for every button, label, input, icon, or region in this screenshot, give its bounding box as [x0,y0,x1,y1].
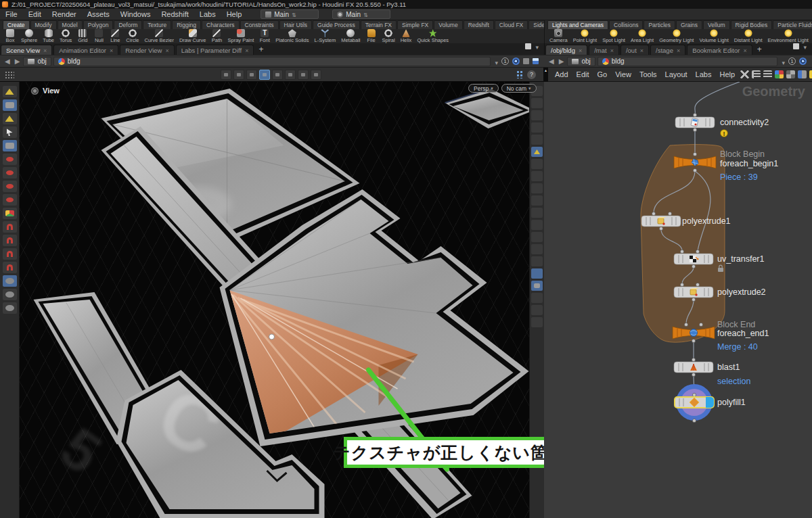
display-option-icon[interactable] [531,244,543,254]
display-option-icon[interactable] [531,122,543,133]
maximize-pane-icon[interactable] [793,43,799,49]
shelf-tool[interactable]: Curve Bezier [142,29,177,43]
shelf-tool[interactable]: Distant Light [731,29,765,43]
viewport-tool-icon[interactable] [259,70,270,80]
path-root-crumb[interactable]: obj [23,57,51,66]
display-option-icon[interactable] [531,147,543,157]
link-badge[interactable]: 1 [788,57,796,65]
desktop-selector-2[interactable]: Main [332,9,390,19]
display-option-icon[interactable] [531,98,543,108]
menu-item[interactable]: Add [551,70,572,78]
camera-select-button[interactable]: No cam [501,84,537,93]
back-arrow-icon[interactable]: ◀ [547,57,556,65]
maximize-pane-icon[interactable] [525,43,531,49]
shelf-tool[interactable]: Line [107,29,123,43]
shelf-tool[interactable]: Helix [398,29,415,43]
shelf-tab[interactable]: Rigging [172,20,201,29]
forward-arrow-icon[interactable]: ▶ [558,57,566,65]
shelf-tab[interactable]: Collisions [609,20,643,29]
shelf-tab[interactable]: Lights and Cameras [547,20,608,29]
shelf-tab[interactable]: Redshift [464,20,494,29]
shelf-tab[interactable]: Cloud FX [495,20,528,29]
shelf-tab[interactable]: Guide Process [313,20,360,29]
pin-target-icon[interactable] [799,57,807,65]
new-tab-button[interactable]: + [254,45,267,55]
viewport-tool-icon[interactable] [246,70,257,80]
path-dropdown-icon[interactable] [495,55,498,68]
shelf-tool[interactable]: Area Light [628,29,656,43]
shelf-tab[interactable]: Hair Utils [279,20,312,29]
display-option-icon[interactable] [531,256,543,266]
network-toolbar-icon[interactable] [763,70,772,78]
menu-item[interactable]: Tools [635,70,661,78]
close-icon[interactable] [245,47,248,54]
projection-button[interactable]: Persp [468,84,499,93]
pane-tab[interactable]: Labs | Parameter Diff [176,45,254,55]
viewport-side-icon[interactable] [3,113,17,124]
node-blast1[interactable]: blast1 selection [674,358,750,386]
shelf-tool[interactable]: Draw Curve [177,29,209,43]
menu-item[interactable]: Labs [194,10,221,18]
shelf-tab[interactable]: Polygon [83,20,114,29]
shelf-tool[interactable]: Circle [123,29,141,43]
viewport-side-icon[interactable] [3,140,17,151]
menu-item[interactable]: Layout [661,70,692,78]
display-option-icon[interactable] [531,171,543,181]
viewport-tool-icon[interactable] [285,70,296,80]
viewport-side-icon[interactable] [3,86,17,97]
display-option-icon[interactable] [531,317,543,327]
display-option-icon[interactable] [531,293,543,303]
menu-item[interactable]: Edit [572,70,593,78]
viewport-side-icon[interactable] [3,126,17,138]
close-icon[interactable] [640,47,644,54]
shelf-tool[interactable]: Path [208,29,225,43]
viewport-tool-icon[interactable] [311,70,321,80]
path-node-crumb[interactable]: bldg [597,57,778,66]
network-editor[interactable]: Geometry [544,82,812,518]
viewport-side-icon[interactable] [3,235,17,246]
network-toolbar-icon[interactable] [740,70,749,78]
display-option-icon[interactable] [531,183,543,193]
menu-item[interactable]: Labs [692,70,716,78]
network-toolbar-icon[interactable] [809,70,812,78]
link-badge[interactable]: 1 [501,57,509,65]
viewport-side-icon[interactable] [3,275,17,287]
path-root-crumb[interactable]: obj [567,57,595,66]
pane-tab[interactable]: Render View [120,45,174,55]
shelf-tool[interactable]: Metaball [338,29,363,43]
back-arrow-icon[interactable]: ◀ [3,57,12,65]
viewport-tool-icon[interactable] [233,70,244,80]
toolbar-grip-icon[interactable] [5,71,14,78]
menu-item[interactable]: Go [593,70,612,78]
shelf-tab[interactable]: Texture [143,20,171,29]
network-toolbar-icon[interactable] [798,70,807,78]
menu-item[interactable]: Edit [23,10,47,18]
pin-icon[interactable] [523,58,529,64]
split-view-icon[interactable] [533,58,539,64]
shelf-tab[interactable]: SideFX Labs [528,20,544,29]
forward-arrow-icon[interactable]: ▶ [14,57,22,65]
shelf-tool[interactable]: L-System [311,29,338,43]
shelf-tab[interactable]: Particle Fluids [773,20,812,29]
display-option-icon[interactable] [531,135,543,145]
shelf-tab[interactable]: Characters [202,20,240,29]
pane-menu-icon[interactable] [803,40,807,52]
shelf-tab[interactable]: Particles [644,20,675,29]
shelf-tool[interactable]: Box [2,29,18,43]
new-tab-button[interactable]: + [753,45,766,55]
shelf-tab[interactable]: Modify [30,20,57,29]
close-icon[interactable] [743,47,746,54]
pane-tab[interactable]: /mat [589,45,619,55]
viewport-side-icon[interactable] [3,154,17,165]
menu-item[interactable]: File [0,10,23,18]
viewport-side-icon[interactable] [3,302,17,314]
shelf-tool[interactable]: Point Light [570,29,600,43]
shelf-tool[interactable]: Torus [57,29,74,43]
viewport-side-icon[interactable] [3,194,17,206]
menu-item[interactable]: Redshift [156,10,194,18]
shelf-tab[interactable]: Vellum [703,20,730,29]
display-option-icon[interactable] [531,110,543,120]
menu-item[interactable]: Windows [115,10,156,18]
layout-dots-icon[interactable] [516,70,523,78]
display-option-icon[interactable] [531,232,543,242]
